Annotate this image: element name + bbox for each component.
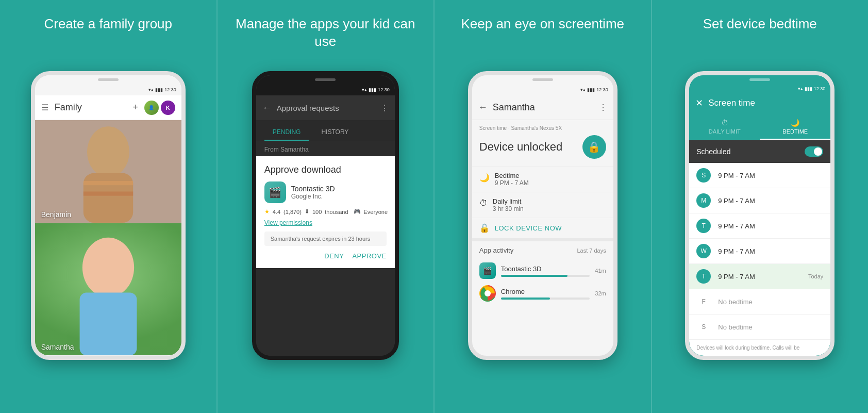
toontastic-name: Toontastic 3D: [501, 265, 590, 273]
benjamin-photo: [35, 120, 181, 223]
day-circle-w: W: [696, 244, 711, 258]
device-status-row: Device unlocked 🔒: [472, 132, 613, 166]
download-count: 100: [312, 209, 322, 215]
svg-point-7: [82, 238, 134, 298]
rating-row: ★ 4.4 (1,870) ⬇ 100 100 thousand thousan…: [264, 208, 387, 215]
p2-dark-remaining: [256, 268, 395, 356]
child-card-samantha[interactable]: Samantha: [35, 223, 181, 356]
lock-now-label: LOCK DEVICE NOW: [495, 224, 562, 232]
app-row-toontastic: 🎬 Toontastic 3D 41m: [472, 259, 613, 282]
daily-limit-tab-label: DAILY LIMIT: [709, 128, 741, 135]
time-4: 12:30: [814, 86, 826, 91]
hamburger-icon[interactable]: ☰: [41, 103, 48, 112]
toontastic-bar-bg: [501, 275, 590, 277]
day-time-m: 9 PM - 7 AM: [718, 197, 823, 205]
day-circle-f: F: [696, 294, 711, 309]
screentime-sublabel: Screen time · Samantha's Nexus 5X: [472, 120, 613, 132]
phone-2: ▾▴ ▮▮▮ 12:30 ← Approval requests ⋮ PENDI…: [252, 71, 399, 360]
day-circle-m: M: [696, 193, 711, 208]
bedtime-info: Bedtime 9 PM - 7 AM: [495, 172, 529, 187]
panel1-title: Create a family group: [44, 15, 172, 57]
time-2: 12:30: [378, 87, 390, 92]
day-row-friday[interactable]: F No bedtime: [689, 289, 830, 315]
day-row-monday[interactable]: M 9 PM - 7 AM: [689, 188, 830, 213]
more-menu-2[interactable]: ⋮: [380, 103, 389, 113]
day-time-s1: 9 PM - 7 AM: [718, 172, 823, 179]
time-3: 12:30: [596, 87, 608, 92]
day-row-sunday[interactable]: S 9 PM - 7 AM: [689, 163, 830, 188]
p2-toolbar: ← Approval requests ⋮: [256, 95, 395, 120]
time-1: 12:30: [164, 87, 176, 92]
day-time-s2: No bedtime: [718, 323, 823, 331]
star-icon: ★: [264, 208, 270, 215]
toontastic-info: Toontastic 3D: [501, 265, 590, 277]
app-dev: Google Inc.: [291, 193, 387, 200]
tab-bedtime[interactable]: 🌙 BEDTIME: [760, 113, 830, 140]
toontastic-bar: [501, 275, 567, 277]
approve-button[interactable]: APPROVE: [352, 252, 386, 260]
avatar-photo: 👤: [144, 101, 159, 115]
app-activity-header: App activity Last 7 days: [472, 241, 613, 259]
scheduled-label: Scheduled: [696, 147, 730, 156]
day-row-thursday[interactable]: T 9 PM - 7 AM Today: [689, 264, 830, 289]
back-button-2[interactable]: ←: [262, 103, 272, 113]
day-row-tuesday[interactable]: T 9 PM - 7 AM: [689, 213, 830, 239]
p4-body: Scheduled S 9 PM - 7 AM M 9 PM - 7 AM: [689, 140, 830, 356]
samantha-svg: [35, 223, 181, 355]
add-member-icon[interactable]: +: [132, 102, 138, 113]
p3-person-name: Samantha: [493, 102, 594, 113]
bedtime-row: 🌙 Bedtime 9 PM - 7 AM: [472, 166, 613, 192]
phone3-speaker: [532, 78, 553, 81]
samantha-label: Samantha: [41, 343, 74, 351]
back-button-3[interactable]: ←: [478, 102, 488, 113]
permissions-link[interactable]: View permissions: [264, 219, 387, 226]
day-time-t1: 9 PM - 7 AM: [718, 222, 823, 230]
expiry-bar: Samantha's request expires in 23 hours: [264, 232, 387, 246]
p2-toolbar-title: Approval requests: [277, 104, 375, 112]
close-button[interactable]: ✕: [695, 97, 703, 109]
daily-limit-label: Daily limit: [493, 197, 524, 205]
panel-apps: Manage the apps your kid can use ▾▴ ▮▮▮ …: [216, 0, 434, 413]
tab-pending[interactable]: PENDING: [264, 124, 309, 141]
panel2-title: Manage the apps your kid can use: [228, 15, 424, 57]
last7-label: Last 7 days: [577, 247, 606, 254]
svg-point-1: [87, 126, 129, 177]
timer-tab-icon: ⏱: [721, 119, 728, 127]
bedtime-value: 9 PM - 7 AM: [495, 179, 529, 187]
lock-now-row[interactable]: 🔓 LOCK DEVICE NOW: [472, 218, 613, 238]
day-circle-s2: S: [696, 320, 711, 334]
bedtime-tab-label: BEDTIME: [782, 128, 808, 135]
tab-history[interactable]: HISTORY: [313, 124, 357, 141]
schedule-toggle[interactable]: [805, 146, 823, 157]
chrome-time: 32m: [595, 290, 606, 296]
day-circle-s1: S: [696, 168, 711, 183]
svg-point-10: [485, 290, 491, 296]
benjamin-label: Benjamin: [41, 210, 71, 219]
day-time-f: No bedtime: [718, 298, 823, 306]
svg-rect-2: [84, 173, 133, 223]
timer-icon: ⏱: [479, 199, 488, 208]
avatar-group: 👤 K: [144, 101, 175, 115]
status-bar-2: ▾▴ ▮▮▮ 12:30: [256, 84, 395, 95]
more-menu-3[interactable]: ⋮: [599, 103, 607, 112]
panel-family-group: Create a family group ▾▴ ▮▮▮ 12:30 ☰ Fam…: [0, 0, 216, 413]
phone-1: ▾▴ ▮▮▮ 12:30 ☰ Family + 👤 K: [31, 71, 186, 360]
action-buttons: DENY APPROVE: [264, 252, 387, 260]
panel-bedtime: Set device bedtime ▾▴ ▮▮▮ 12:30 ✕ Screen…: [651, 0, 869, 413]
day-row-wednesday[interactable]: W 9 PM - 7 AM: [689, 239, 830, 264]
audience-label: Everyone: [364, 209, 388, 215]
toontastic-icon: 🎬: [479, 262, 496, 279]
toontastic-time: 41m: [595, 268, 606, 274]
svg-rect-4: [84, 191, 133, 195]
chrome-icon: [479, 285, 496, 302]
avatar-k: K: [161, 101, 175, 115]
lock-circle[interactable]: 🔒: [582, 135, 606, 159]
day-circle-t1: T: [696, 219, 711, 233]
child-card-benjamin[interactable]: Benjamin: [35, 120, 181, 223]
app-row: 🎬 Toontastic 3D Google Inc.: [264, 181, 387, 203]
chrome-bar-bg: [501, 298, 590, 300]
tab-daily-limit[interactable]: ⏱ DAILY LIMIT: [689, 113, 760, 140]
deny-button[interactable]: DENY: [324, 252, 344, 260]
app-info: Toontastic 3D Google Inc.: [291, 185, 387, 200]
day-row-saturday[interactable]: S No bedtime: [689, 315, 830, 340]
